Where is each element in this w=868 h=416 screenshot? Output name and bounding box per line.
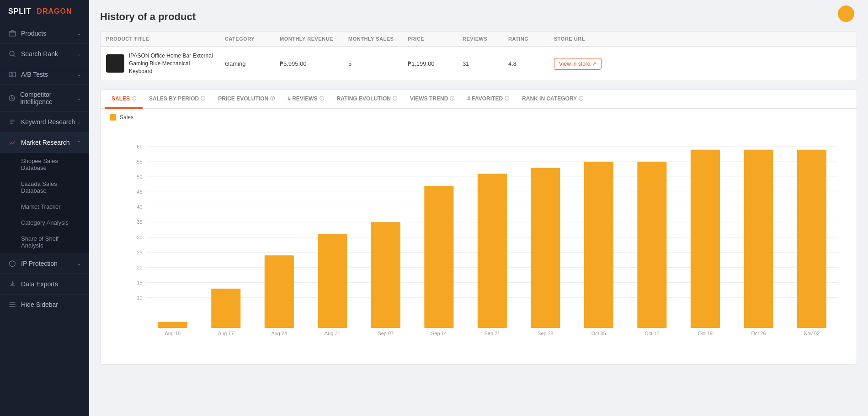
product-monthly-revenue: ₱5,995.00: [274, 55, 343, 73]
data-exports-label: Data Exports: [21, 280, 58, 288]
tab-rank-category[interactable]: RANK IN CATEGORY ⓘ: [516, 90, 590, 109]
search-icon: [8, 50, 16, 58]
svg-text:Sep 21: Sep 21: [485, 331, 500, 336]
sales-period-info-icon: ⓘ: [201, 95, 205, 102]
logo-split-text: SPLIT: [8, 7, 31, 16]
sidebar-item-hide[interactable]: Hide Sidebar: [0, 295, 89, 315]
competitor-chevron: ⌄: [77, 95, 81, 101]
svg-rect-33: [318, 234, 347, 328]
svg-text:45: 45: [137, 190, 142, 195]
svg-text:Sep 28: Sep 28: [538, 331, 553, 336]
search-rank-chevron: ⌄: [77, 51, 81, 57]
col-monthly-sales: MONTHLY SALES: [343, 32, 402, 46]
tab-views-trend[interactable]: VIEWS TREND ⓘ: [404, 90, 461, 109]
logo-dragon-text: DRAGON: [37, 7, 72, 16]
market-research-label: Market Research: [21, 139, 70, 146]
svg-text:Oct 26: Oct 26: [751, 331, 766, 336]
sidebar-item-ip[interactable]: IP Protection ⌄: [0, 253, 89, 274]
svg-text:30: 30: [137, 235, 142, 240]
chart-section: SALES ⓘ SALES BY PERIOD ⓘ PRICE EVOLUTIO…: [100, 90, 857, 365]
sidebar-item-keyword[interactable]: Keyword Research ⌄: [0, 112, 89, 132]
sidebar-item-search-rank[interactable]: Search Rank ⌄: [0, 44, 89, 64]
favorited-info-icon: ⓘ: [505, 95, 509, 102]
ab-tests-chevron: ⌄: [77, 72, 81, 78]
keyword-chevron: ⌄: [77, 119, 81, 125]
col-price: PRICE: [402, 32, 457, 46]
svg-rect-39: [478, 174, 507, 328]
svg-text:Sep 14: Sep 14: [431, 331, 447, 336]
ip-chevron: ⌄: [77, 261, 81, 267]
svg-text:50: 50: [137, 174, 142, 180]
views-info-icon: ⓘ: [450, 95, 454, 102]
bar-chart-svg: 6055504540353025201510Aug 10Aug 17Aug 24…: [123, 127, 847, 346]
chart-legend: Sales: [101, 109, 857, 122]
svg-text:40: 40: [137, 205, 142, 210]
col-store-url: STORE URL: [548, 32, 622, 46]
market-research-subnav: Shopee Sales Database Lazada Sales Datab…: [0, 153, 89, 253]
shopee-sales-item[interactable]: Shopee Sales Database: [0, 153, 89, 176]
price-evo-info-icon: ⓘ: [270, 95, 275, 102]
hide-sidebar-label: Hide Sidebar: [21, 301, 58, 308]
tab-reviews[interactable]: # REVIEWS ⓘ: [281, 90, 330, 109]
svg-rect-35: [371, 222, 400, 328]
sidebar-item-data-exports[interactable]: Data Exports: [0, 274, 89, 295]
col-rating: RATING: [503, 32, 548, 46]
product-store-url-cell: View in store ↗: [548, 55, 622, 73]
tab-price-evolution[interactable]: PRICE EVOLUTION ⓘ: [212, 90, 281, 109]
svg-text:60: 60: [137, 144, 142, 149]
sales-info-icon: ⓘ: [132, 95, 136, 102]
sidebar-item-market-research[interactable]: Market Research ⌄: [0, 132, 89, 153]
competitor-label: Competitor Intelligence: [20, 91, 77, 105]
col-category: CATEGORY: [219, 32, 274, 46]
market-icon: [8, 138, 16, 147]
svg-rect-51: [797, 150, 826, 328]
table-row: IPASON Office Home Bar External Gaming B…: [101, 47, 857, 81]
sidebar-item-products[interactable]: Products ⌄: [0, 23, 89, 44]
product-rating: 4.8: [503, 55, 548, 73]
category-analysis-item[interactable]: Category Analysis: [0, 215, 89, 231]
keyword-label: Keyword Research: [21, 118, 75, 126]
lazada-sales-item[interactable]: Lazada Sales Database: [0, 176, 89, 199]
product-reviews: 31: [457, 55, 503, 73]
svg-text:Aug 24: Aug 24: [272, 331, 287, 336]
svg-rect-3: [13, 72, 16, 77]
svg-rect-41: [531, 168, 560, 328]
tab-rating-evolution[interactable]: RATING EVOLUTION ⓘ: [330, 90, 404, 109]
tab-sales[interactable]: SALES ⓘ: [105, 90, 143, 109]
user-avatar[interactable]: [838, 5, 854, 22]
ip-label: IP Protection: [21, 260, 58, 267]
rank-info-icon: ⓘ: [579, 95, 583, 102]
tab-favorited[interactable]: # FAVORITED ⓘ: [461, 90, 516, 109]
product-category: Gaming: [219, 55, 274, 73]
product-name: IPASON Office Home Bar External Gaming B…: [129, 52, 214, 75]
competitor-icon: [8, 94, 16, 102]
svg-text:Aug 10: Aug 10: [165, 331, 181, 336]
product-monthly-sales: 5: [343, 55, 402, 73]
sidebar-item-ab-tests[interactable]: A/B Tests ⌄: [0, 64, 89, 85]
svg-text:Aug 31: Aug 31: [325, 331, 340, 336]
export-icon: [8, 280, 16, 288]
sidebar-item-competitor[interactable]: Competitor Intelligence ⌄: [0, 85, 89, 112]
svg-rect-49: [744, 150, 773, 328]
svg-rect-29: [211, 289, 240, 328]
keyword-icon: [8, 118, 16, 126]
main-content: History of a product PRODUCT TITLE CATEG…: [89, 0, 868, 416]
table-header: PRODUCT TITLE CATEGORY MONTHLY REVENUE M…: [101, 32, 857, 47]
hide-icon: [8, 300, 16, 309]
products-label: Products: [21, 30, 46, 37]
svg-text:15: 15: [137, 280, 142, 285]
share-of-shelf-item[interactable]: Share of Shelf Analysis: [0, 231, 89, 253]
product-title-cell: IPASON Office Home Bar External Gaming B…: [101, 47, 219, 80]
view-in-store-button[interactable]: View in store ↗: [554, 58, 602, 70]
svg-rect-27: [158, 322, 187, 328]
product-table: PRODUCT TITLE CATEGORY MONTHLY REVENUE M…: [100, 31, 857, 81]
market-tracker-item[interactable]: Market Tracker: [0, 199, 89, 215]
sidebar: SPLIT DRAGON Products ⌄ Search Rank ⌄ A/: [0, 0, 89, 416]
svg-text:Nov 02: Nov 02: [804, 331, 820, 336]
svg-text:Oct 05: Oct 05: [591, 331, 606, 336]
legend-label: Sales: [120, 114, 133, 121]
logo: SPLIT DRAGON: [0, 0, 89, 23]
col-product-title: PRODUCT TITLE: [101, 32, 219, 46]
tab-sales-by-period[interactable]: SALES BY PERIOD ⓘ: [143, 90, 212, 109]
svg-rect-31: [265, 256, 294, 328]
